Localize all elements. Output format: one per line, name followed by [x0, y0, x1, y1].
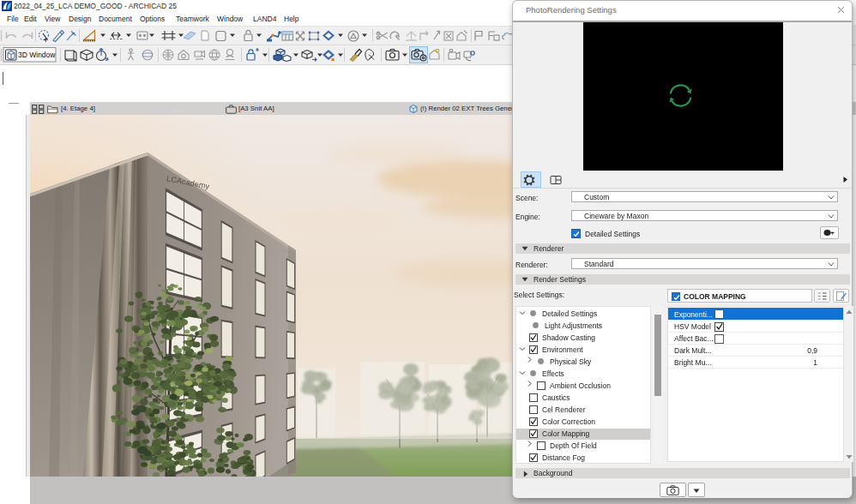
svg-text:HSV Model: HSV Model: [674, 322, 711, 331]
svg-text:Depth Of Field: Depth Of Field: [550, 441, 597, 450]
svg-text:0,9: 0,9: [807, 346, 817, 355]
svg-text:Dark Mult...: Dark Mult...: [674, 346, 711, 355]
svg-text:3D Window: 3D Window: [18, 51, 56, 59]
svg-text:Environment: Environment: [542, 345, 583, 354]
svg-text:Shadow Casting: Shadow Casting: [542, 333, 595, 342]
svg-text:Light Adjustments: Light Adjustments: [545, 321, 602, 330]
svg-text:Bright Mu...: Bright Mu...: [674, 358, 711, 367]
svg-text:Physical Sky: Physical Sky: [550, 357, 592, 366]
svg-text:Affect Bac...: Affect Bac...: [674, 334, 714, 343]
svg-text:Color Correction: Color Correction: [542, 417, 595, 426]
svg-text:Detailed Settings: Detailed Settings: [542, 309, 597, 318]
svg-text:i: i: [832, 231, 833, 236]
svg-text:Color Mapping: Color Mapping: [542, 429, 590, 438]
svg-text:Caustics: Caustics: [542, 393, 570, 402]
svg-text:Cel Renderer: Cel Renderer: [542, 405, 586, 414]
svg-text:Ambient Occlusion: Ambient Occlusion: [550, 381, 611, 390]
svg-text:Distance Fog: Distance Fog: [542, 453, 585, 462]
svg-text:Exponenti...: Exponenti...: [674, 310, 713, 319]
svg-text:Effects: Effects: [542, 369, 564, 378]
svg-text:1: 1: [813, 358, 817, 367]
